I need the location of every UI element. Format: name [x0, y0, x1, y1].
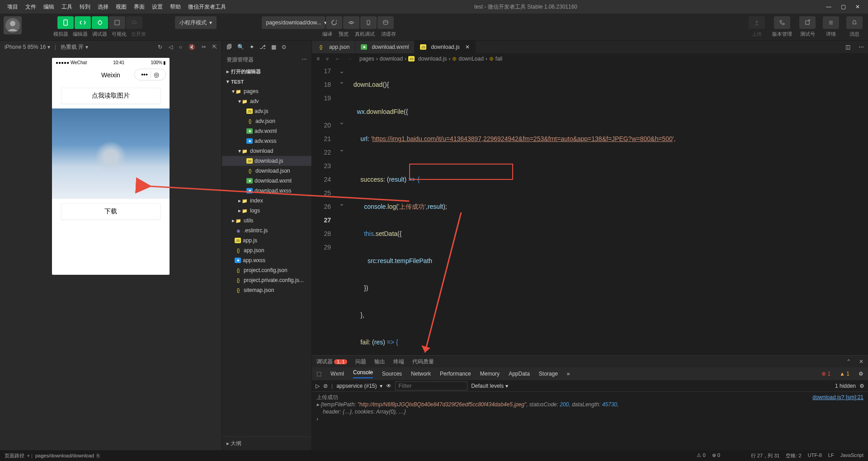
- devtools-tab-debugger[interactable]: 调试器 1, 1: [316, 358, 347, 366]
- clear-cache-button[interactable]: [377, 16, 394, 29]
- filter-input[interactable]: [395, 381, 467, 390]
- folder-download[interactable]: ▾ 📁download: [222, 146, 311, 156]
- play-icon[interactable]: ▷: [316, 383, 320, 389]
- menu-goto[interactable]: 转到: [76, 3, 94, 11]
- eol[interactable]: LF: [828, 452, 834, 459]
- devtools-close-icon[interactable]: ✕: [859, 358, 863, 365]
- scope-dropdown[interactable]: appservice (#15) ▾: [336, 383, 382, 389]
- file-download-js[interactable]: JSdownload.js: [222, 156, 311, 166]
- folder-index[interactable]: ▸ 📁index: [222, 196, 311, 206]
- subtab-more-icon[interactable]: »: [567, 371, 570, 377]
- tab-download-wxml[interactable]: ◆download.wxml: [355, 41, 415, 53]
- message-button[interactable]: [846, 16, 863, 29]
- section-open-editors[interactable]: ▸ 打开的编辑器: [222, 66, 311, 77]
- home-icon[interactable]: ○: [179, 44, 182, 50]
- filter-gear-icon[interactable]: ⚙: [859, 383, 864, 389]
- console-output[interactable]: 上传成功download.js? [sm]:21 ▸ {tempFilePath…: [312, 392, 868, 450]
- menu-help[interactable]: 帮助: [166, 3, 184, 11]
- subtab-appdata[interactable]: AppData: [509, 371, 530, 377]
- devtools-tab-quality[interactable]: 代码质量: [412, 358, 434, 366]
- subtab-storage[interactable]: Storage: [539, 371, 558, 377]
- menu-edit[interactable]: 编辑: [40, 3, 58, 11]
- encoding[interactable]: UTF-8: [808, 452, 822, 459]
- menu-select[interactable]: 选择: [94, 3, 112, 11]
- bug-icon[interactable]: ⊙: [282, 44, 286, 50]
- menu-project[interactable]: 项目: [4, 3, 22, 11]
- avatar[interactable]: [4, 16, 22, 34]
- bc-fwd-icon[interactable]: →: [347, 56, 352, 62]
- mode-dropdown[interactable]: 小程序模式▾: [175, 16, 217, 29]
- device-selector[interactable]: iPhone 5 85% 16 ▾: [5, 44, 50, 50]
- cut-icon[interactable]: ✂: [202, 44, 206, 50]
- file-app-wxss[interactable]: ◆app.wxss: [222, 255, 311, 265]
- split-icon[interactable]: ◫: [841, 41, 854, 53]
- file-project-private[interactable]: {}project.private.config.js...: [222, 275, 311, 285]
- folder-logs[interactable]: ▸ 📁logs: [222, 206, 311, 216]
- preview-button[interactable]: [343, 16, 359, 29]
- detail-button[interactable]: [823, 16, 839, 29]
- file-download-json[interactable]: {}download.json: [222, 166, 311, 176]
- devtools-tab-terminal[interactable]: 终端: [393, 358, 404, 366]
- subtab-performance[interactable]: Performance: [440, 371, 471, 377]
- subtab-memory[interactable]: Memory: [480, 371, 500, 377]
- error-count[interactable]: ⊗ 1: [821, 371, 830, 377]
- compile-button[interactable]: [326, 16, 342, 29]
- mute-icon[interactable]: 🔇: [189, 44, 195, 50]
- tab-app-json[interactable]: {}app.json: [312, 41, 355, 53]
- page-dropdown[interactable]: pages/download/dow...▾: [262, 16, 325, 29]
- folder-adv[interactable]: ▾ 📁adv: [222, 96, 311, 106]
- file-adv-wxss[interactable]: ◆adv.wxss: [222, 136, 311, 146]
- gear-icon[interactable]: ⚙: [859, 371, 863, 377]
- file-sitemap[interactable]: {}sitemap.json: [222, 285, 311, 295]
- section-test[interactable]: ▾ TEST: [222, 77, 311, 86]
- page-path[interactable]: pages/download/download: [35, 453, 94, 458]
- visual-button[interactable]: [109, 16, 125, 29]
- sb-warn-icon[interactable]: ⚠ 0: [697, 452, 705, 459]
- list-icon[interactable]: ≡: [316, 56, 320, 62]
- subtab-sources[interactable]: Sources: [382, 371, 402, 377]
- menu-tools[interactable]: 工具: [58, 3, 76, 11]
- tab-download-js[interactable]: JSdownload.js✕: [415, 41, 475, 53]
- warning-count[interactable]: ▲ 1: [840, 371, 849, 377]
- levels-dropdown[interactable]: Default levels ▾: [471, 383, 508, 389]
- menu-ui[interactable]: 界面: [130, 3, 148, 11]
- hidden-count[interactable]: 1 hidden: [835, 383, 856, 389]
- minimize-icon[interactable]: —: [826, 4, 832, 10]
- file-project-config[interactable]: {}project.config.json: [222, 265, 311, 275]
- capsule-menu[interactable]: •••◎: [134, 69, 166, 80]
- inspect-icon[interactable]: ⬚: [316, 371, 321, 377]
- back-icon[interactable]: ◁: [169, 44, 173, 50]
- refresh-icon[interactable]: ↻: [158, 44, 162, 50]
- subtab-network[interactable]: Network: [411, 371, 431, 377]
- language[interactable]: JavaScript: [840, 452, 863, 459]
- menu-file[interactable]: 文件: [22, 3, 40, 11]
- bc-back-icon[interactable]: ←: [335, 56, 340, 62]
- cursor-pos[interactable]: 行 27，列 31: [751, 452, 780, 459]
- hot-reload[interactable]: 热重载 开 ▾: [61, 43, 88, 51]
- devtools-tab-output[interactable]: 输出: [374, 358, 385, 366]
- version-button[interactable]: [774, 16, 790, 29]
- files-icon[interactable]: 🗐: [226, 44, 232, 50]
- menu-settings[interactable]: 设置: [148, 3, 166, 11]
- folder-utils[interactable]: ▸ 📁utils: [222, 216, 311, 226]
- file-app-json[interactable]: {}app.json: [222, 245, 311, 255]
- file-download-wxml[interactable]: ◆download.wxml: [222, 176, 311, 186]
- menu-wxdevtools[interactable]: 微信开发者工具: [184, 3, 230, 11]
- editor-button[interactable]: [75, 16, 91, 29]
- menu-view[interactable]: 视图: [112, 3, 130, 11]
- test-button[interactable]: [799, 16, 816, 29]
- folder-pages[interactable]: ▾ 📁pages: [222, 86, 311, 96]
- clear-icon[interactable]: ⊘: [323, 383, 328, 389]
- copy-icon[interactable]: ⎘: [97, 453, 100, 458]
- file-adv-wxml[interactable]: ◆adv.wxml: [222, 126, 311, 136]
- subtab-wxml[interactable]: Wxml: [330, 371, 344, 377]
- read-image-button[interactable]: 点我读取图片: [61, 88, 160, 104]
- eye-icon[interactable]: 👁: [386, 383, 392, 389]
- file-adv-json[interactable]: {}adv.json: [222, 116, 311, 126]
- close-tab-icon[interactable]: ✕: [465, 44, 470, 50]
- remote-debug-button[interactable]: [360, 16, 377, 29]
- outline-section[interactable]: ▸ 大纲: [222, 437, 311, 450]
- cloud-button[interactable]: [126, 16, 142, 29]
- debugger-button[interactable]: [92, 16, 108, 29]
- search-icon[interactable]: 🔍: [237, 44, 244, 50]
